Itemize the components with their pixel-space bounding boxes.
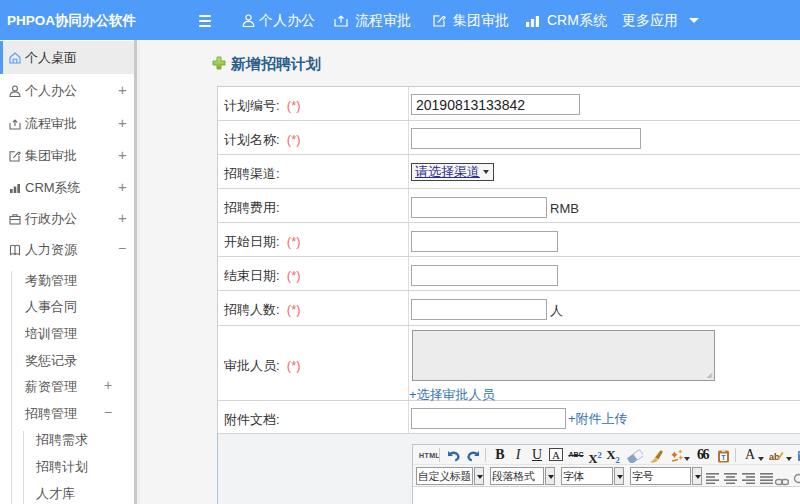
- svg-text:T: T: [721, 454, 726, 461]
- svg-text:ab: ab: [769, 452, 780, 462]
